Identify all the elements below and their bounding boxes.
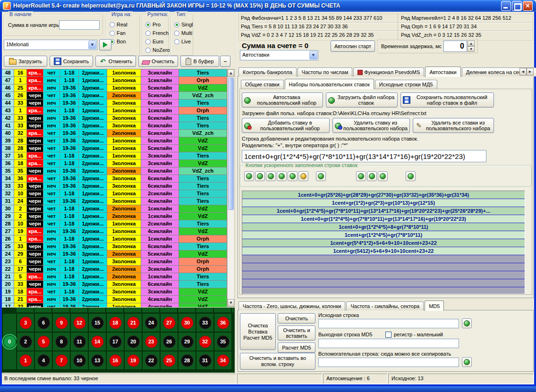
table-row[interactable]: 3535черннеч19-363дюжи...2колонка6сиклайн… bbox=[2, 167, 227, 175]
main-tab-0[interactable]: Контроль банкролла bbox=[238, 67, 297, 76]
bottom-tab-2[interactable]: MD5 bbox=[425, 300, 444, 311]
md5-clear-paste-aux-button[interactable]: Очистить и вставить во вспом. строку bbox=[240, 353, 315, 370]
board-cell[interactable]: 15 bbox=[88, 313, 106, 332]
quick-fill-button[interactable] bbox=[367, 171, 377, 181]
quick-fill-button[interactable] bbox=[378, 171, 388, 181]
table-row[interactable]: 215кра...неч1-181дюжи...2колонка1сиклайн… bbox=[2, 273, 227, 281]
table-row[interactable]: 3928чернчет19-363дюжи...1колонка5сиклайн… bbox=[2, 137, 227, 145]
board-cell[interactable]: 32 bbox=[196, 332, 214, 351]
action-button[interactable]: Удалить все ставки из пользовательского … bbox=[413, 118, 494, 133]
main-tab-2[interactable]: Функционал PsevdoMS bbox=[353, 67, 424, 76]
bottom-tab-0[interactable]: Частота - Zero, шансы, дюжины, колонки bbox=[238, 301, 345, 310]
board-cell[interactable]: 12 bbox=[70, 313, 88, 332]
board-cell[interactable]: 25 bbox=[160, 351, 178, 370]
md5-aux-chip-button[interactable] bbox=[462, 357, 472, 367]
autospin-start-button[interactable]: Автоспин старт bbox=[331, 41, 375, 52]
quick-fill-button[interactable] bbox=[266, 171, 276, 181]
table-row[interactable]: 4433черннеч19-363дюжи...3колонка6сиклайн… bbox=[2, 100, 227, 107]
sub-tab-0[interactable]: Общие ставки bbox=[241, 80, 284, 89]
board-cell[interactable]: 29 bbox=[178, 332, 196, 351]
quick-fill-button[interactable] bbox=[298, 171, 308, 181]
sub-tab-2[interactable]: Исходные строки МД5 bbox=[375, 80, 437, 89]
board-cell[interactable]: 30 bbox=[178, 313, 196, 332]
radio-real[interactable]: Real bbox=[110, 20, 139, 29]
table-row[interactable]: 3618кра...чет1-182дюжи...3колонка3сиклай… bbox=[2, 160, 227, 167]
table-row[interactable]: 3828чернчет19-363дюжи...1колонка5сиклайн… bbox=[2, 145, 227, 152]
radio-euro[interactable]: Euro bbox=[145, 37, 168, 46]
radio-multi[interactable]: Multi bbox=[174, 29, 193, 37]
table-row[interactable]: 1918кра...чет1-182дюжи...3колонка3сиклай… bbox=[2, 288, 227, 296]
md5-clear-button[interactable]: Очистить bbox=[278, 313, 315, 324]
toolbar-button[interactable]: Сохранить bbox=[50, 56, 93, 67]
scroll-up-button[interactable]: ▲ bbox=[228, 69, 234, 77]
action-button[interactable]: Добавить ставку в пользовательский набор bbox=[242, 118, 330, 133]
table-row[interactable]: 3210чернчет1-181дюжи...1колонка2сиклайнT… bbox=[2, 190, 227, 198]
scroll-thumb[interactable] bbox=[228, 78, 234, 210]
table-row[interactable]: 2033черннеч19-363дюжи...3колонка6сиклайн… bbox=[2, 281, 227, 288]
play-button[interactable] bbox=[99, 39, 111, 50]
tabs-scroll-left-button[interactable]: ◀ bbox=[519, 68, 527, 75]
bet-list-item[interactable]: 1cent+gr(5*4*1*2)+5+6+9+10+10cent+23+22 bbox=[242, 239, 525, 247]
table-row[interactable]: 2533черннеч19-363дюжи...3колонка6сиклайн… bbox=[2, 243, 227, 250]
table-row[interactable]: 4625кра...неч19-363дюжи...1колонка5сикла… bbox=[2, 84, 227, 92]
quick-fill-button[interactable] bbox=[316, 171, 326, 181]
scroll-down-button[interactable]: ▼ bbox=[228, 299, 234, 307]
history-scrollbar[interactable]: ▲ ▼ bbox=[227, 69, 235, 307]
bet-list-item[interactable]: 1cent+gr(1*2*4*5)+gr(7*8*10*11) bbox=[242, 231, 525, 239]
quick-fill-button[interactable] bbox=[406, 171, 416, 181]
bet-list-item[interactable]: 1cent+0+gr(1*2*4*5)+8+gr(7*8*10*11) bbox=[242, 223, 525, 231]
quick-fill-button[interactable] bbox=[255, 171, 265, 181]
table-row[interactable]: 3333черннеч19-363дюжи...3колонка6сиклайн… bbox=[2, 183, 227, 190]
board-cell[interactable]: 33 bbox=[196, 313, 214, 332]
tabs-scroll-right-button[interactable]: ▶ bbox=[527, 68, 534, 75]
delay-spinner-value[interactable]: 0 bbox=[443, 41, 467, 52]
action-button[interactable]: Загрузить файл набора ставок bbox=[326, 92, 398, 108]
board-cell[interactable]: 20 bbox=[124, 332, 142, 351]
table-row[interactable]: 261кра...неч1-181дюжи...1колонка1сиклайн… bbox=[2, 235, 227, 243]
board-cell[interactable]: 34 bbox=[214, 351, 232, 370]
quick-fill-button[interactable] bbox=[277, 171, 287, 181]
toolbar-button[interactable]: В буфер bbox=[180, 56, 219, 67]
table-row[interactable]: 292чернчет1-181дюжи...2колонка1сиклайнVd… bbox=[2, 213, 227, 220]
table-row[interactable]: 3124чернчет19-362дюжи...3колонка4сиклайн… bbox=[2, 198, 227, 205]
board-cell[interactable]: 5 bbox=[34, 332, 52, 351]
board-cell[interactable]: 18 bbox=[106, 313, 124, 332]
board-cell-zero[interactable]: 0 bbox=[2, 313, 17, 370]
close-button[interactable] bbox=[523, 1, 533, 11]
preset-combo[interactable]: 1Melonati ▼ bbox=[4, 40, 97, 50]
md5-clear-paste-button[interactable]: Очистить и вставить bbox=[278, 325, 315, 341]
md5-calc-button[interactable]: Расчет MD5 bbox=[278, 342, 315, 353]
table-row[interactable]: 2217черннеч1-182дюжи...2колонка3сиклайнO… bbox=[2, 266, 227, 273]
table-row[interactable]: 2429черннеч19-363дюжи...2колонка5сиклайн… bbox=[2, 250, 227, 258]
md5-stack-button[interactable]: Очистка Вставка Расчет MD5 bbox=[240, 313, 276, 350]
board-cell[interactable]: 6 bbox=[34, 313, 52, 332]
table-row[interactable]: 4526чернчет19-363дюжи...2колонка5сиклайн… bbox=[2, 92, 227, 100]
radio-singl[interactable]: Singl bbox=[174, 20, 193, 29]
radio-pro[interactable]: Pro bbox=[145, 20, 168, 29]
table-row[interactable]: 1722чернчет19-362дюжи...1колонка4сиклайн… bbox=[2, 303, 227, 307]
bottom-tab-1[interactable]: Частота - сиклайны, сектора bbox=[346, 301, 424, 310]
board-cell[interactable]: 31 bbox=[196, 351, 214, 370]
toolbar-button[interactable]: Загрузить bbox=[4, 56, 47, 67]
radio-live[interactable]: Live bbox=[174, 37, 193, 46]
board-cell[interactable]: 13 bbox=[88, 351, 106, 370]
action-button[interactable]: Удалить ставку из пользовательского набо… bbox=[332, 118, 410, 133]
bet-list-item[interactable]: 1cent+gr(5412)+5+6+9+10+10cent+23+22 bbox=[242, 247, 525, 255]
bet-string-input[interactable] bbox=[242, 150, 486, 162]
table-row[interactable]: 236чернчет1-181дюжи...3колонка1сиклайнOr… bbox=[2, 258, 227, 266]
table-row[interactable]: 302чернчет1-181дюжи...2колонка1сиклайнVd… bbox=[2, 205, 227, 213]
board-cell[interactable]: 35 bbox=[214, 332, 232, 351]
table-row[interactable]: 471кра...неч1-181дюжи...1колонка1сиклайн… bbox=[2, 77, 227, 84]
quick-fill-button[interactable] bbox=[244, 171, 254, 181]
board-cell[interactable]: 21 bbox=[124, 313, 142, 332]
chevron-down-icon[interactable]: ▼ bbox=[309, 51, 317, 59]
table-row[interactable]: 1821кра...неч19-362дюжи...3колонка4сикла… bbox=[2, 296, 227, 303]
bet-list-item[interactable]: 1cent+0+gr(1*2*4*5)+gr(7*8*10*11)+gr(13*… bbox=[242, 207, 525, 215]
bet-list-item[interactable]: 1cent+gr(1*2)+gr(2*3)+gr(10*13)+gr(12*15… bbox=[242, 199, 525, 207]
board-cell[interactable]: 19 bbox=[124, 351, 142, 370]
bet-list-item[interactable]: 1cent+0+gr(1*2*4*5)+gr(7*8*10*11)+gr(13*… bbox=[242, 215, 525, 223]
quick-fill-button[interactable] bbox=[288, 171, 298, 181]
bet-list-item[interactable]: 1cent+0+gr(25*26)+gr(28*29)+gr(27*30)+gr… bbox=[242, 191, 525, 199]
board-cell[interactable]: 4 bbox=[34, 351, 52, 370]
maximize-button[interactable] bbox=[512, 1, 522, 11]
